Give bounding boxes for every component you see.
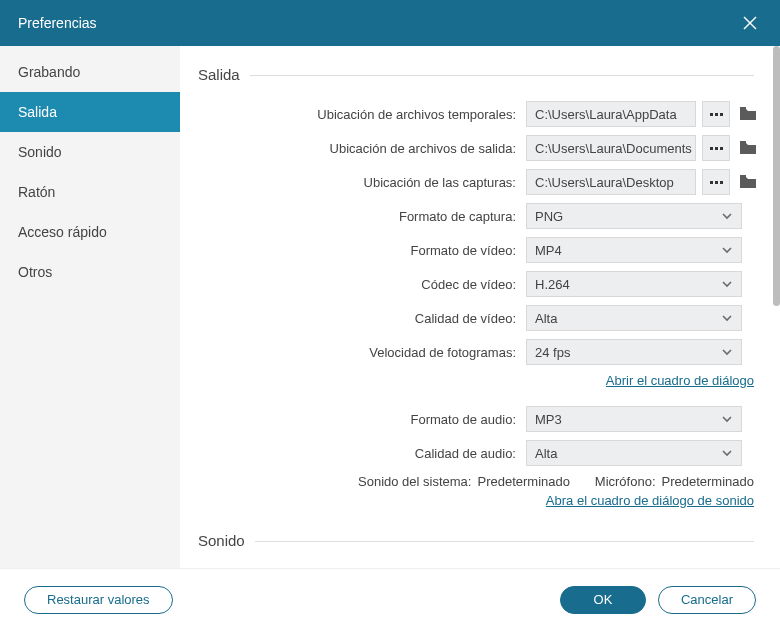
system-sound-label: Sonido del sistema xyxy=(358,474,471,489)
row-system-sound-slider: Sonido del sistema: xyxy=(198,567,754,568)
window-title: Preferencias xyxy=(18,15,97,31)
chevron-down-icon xyxy=(721,244,733,256)
sidebar: Grabando Salida Sonido Ratón Acceso rápi… xyxy=(0,46,180,568)
label-capture-location: Ubicación de las capturas: xyxy=(198,175,518,190)
select-value: Alta xyxy=(535,446,557,461)
svg-rect-2 xyxy=(740,107,746,110)
close-button[interactable] xyxy=(738,11,762,35)
row-video-format: Formato de vídeo: MP4 xyxy=(198,237,754,263)
row-audio-format: Formato de audio: MP3 xyxy=(198,406,754,432)
scrollbar-thumb[interactable] xyxy=(773,46,780,306)
restore-defaults-button[interactable]: Restaurar valores xyxy=(24,586,173,614)
select-video-format[interactable]: MP4 xyxy=(526,237,742,263)
preferences-window: Preferencias Grabando Salida Sonido Rató… xyxy=(0,0,780,630)
link-open-dialog[interactable]: Abrir el cuadro de diálogo xyxy=(606,373,754,388)
link-open-dialog-row: Abrir el cuadro de diálogo xyxy=(198,373,754,388)
sidebar-item-acceso-rapido[interactable]: Acceso rápido xyxy=(0,212,180,252)
chevron-down-icon xyxy=(721,346,733,358)
open-folder-output[interactable] xyxy=(736,135,760,161)
main-panel: Salida Ubicación de archivos temporales:… xyxy=(180,46,780,568)
browse-temp-location[interactable] xyxy=(702,101,730,127)
row-output-location: Ubicación de archivos de salida: C:\User… xyxy=(198,135,754,161)
chevron-down-icon xyxy=(721,447,733,459)
row-capture-location: Ubicación de las capturas: C:\Users\Laur… xyxy=(198,169,754,195)
close-icon xyxy=(742,15,758,31)
select-value: MP4 xyxy=(535,243,562,258)
row-frame-rate: Velocidad de fotogramas: 24 fps xyxy=(198,339,754,365)
select-audio-format[interactable]: MP3 xyxy=(526,406,742,432)
row-video-quality: Calidad de vídeo: Alta xyxy=(198,305,754,331)
chevron-down-icon xyxy=(721,413,733,425)
input-output-location[interactable]: C:\Users\Laura\Documents xyxy=(526,135,696,161)
svg-rect-3 xyxy=(740,141,746,144)
label-video-quality: Calidad de vídeo: xyxy=(198,311,518,326)
section-title-sonido: Sonido xyxy=(198,532,754,549)
label-capture-format: Formato de captura: xyxy=(198,209,518,224)
select-audio-quality[interactable]: Alta xyxy=(526,440,742,466)
label-video-format: Formato de vídeo: xyxy=(198,243,518,258)
select-value: PNG xyxy=(535,209,563,224)
select-frame-rate[interactable]: 24 fps xyxy=(526,339,742,365)
sidebar-item-grabando[interactable]: Grabando xyxy=(0,52,180,92)
folder-icon xyxy=(739,107,757,121)
label-temp-location: Ubicación de archivos temporales: xyxy=(198,107,518,122)
label-frame-rate: Velocidad de fotogramas: xyxy=(198,345,518,360)
titlebar: Preferencias xyxy=(0,0,780,46)
microphone-value: Predeterminado xyxy=(662,474,755,489)
row-temp-location: Ubicación de archivos temporales: C:\Use… xyxy=(198,101,754,127)
sidebar-item-raton[interactable]: Ratón xyxy=(0,172,180,212)
browse-capture-location[interactable] xyxy=(702,169,730,195)
system-sound-slider[interactable] xyxy=(372,567,692,568)
row-video-codec: Códec de vídeo: H.264 xyxy=(198,271,754,297)
select-video-codec[interactable]: H.264 xyxy=(526,271,742,297)
footer: Restaurar valores OK Cancelar xyxy=(0,568,780,630)
select-video-quality[interactable]: Alta xyxy=(526,305,742,331)
sidebar-item-sonido[interactable]: Sonido xyxy=(0,132,180,172)
browse-output-location[interactable] xyxy=(702,135,730,161)
label-audio-format: Formato de audio: xyxy=(198,412,518,427)
chevron-down-icon xyxy=(721,210,733,222)
select-value: MP3 xyxy=(535,412,562,427)
link-open-sound-dialog-row: Abra el cuadro de diálogo de sonido xyxy=(198,493,754,508)
open-folder-temp[interactable] xyxy=(736,101,760,127)
select-value: H.264 xyxy=(535,277,570,292)
label-video-codec: Códec de vídeo: xyxy=(198,277,518,292)
system-sound-value: Predeterminado xyxy=(477,474,570,489)
select-value: 24 fps xyxy=(535,345,570,360)
input-capture-location[interactable]: C:\Users\Laura\Desktop xyxy=(526,169,696,195)
microphone-label: Micrófono xyxy=(595,474,656,489)
link-open-sound-dialog[interactable]: Abra el cuadro de diálogo de sonido xyxy=(546,493,754,508)
audio-devices-info: Sonido del sistema Predeterminado Micróf… xyxy=(198,474,754,489)
label-output-location: Ubicación de archivos de salida: xyxy=(198,141,518,156)
chevron-down-icon xyxy=(721,312,733,324)
svg-rect-4 xyxy=(740,175,746,178)
sidebar-item-salida[interactable]: Salida xyxy=(0,92,180,132)
sidebar-item-otros[interactable]: Otros xyxy=(0,252,180,292)
label-audio-quality: Calidad de audio: xyxy=(198,446,518,461)
folder-icon xyxy=(739,175,757,189)
open-folder-capture[interactable] xyxy=(736,169,760,195)
row-audio-quality: Calidad de audio: Alta xyxy=(198,440,754,466)
folder-icon xyxy=(739,141,757,155)
select-capture-format[interactable]: PNG xyxy=(526,203,742,229)
chevron-down-icon xyxy=(721,278,733,290)
section-title-salida: Salida xyxy=(198,66,754,83)
cancel-button[interactable]: Cancelar xyxy=(658,586,756,614)
ok-button[interactable]: OK xyxy=(560,586,646,614)
select-value: Alta xyxy=(535,311,557,326)
row-capture-format: Formato de captura: PNG xyxy=(198,203,754,229)
input-temp-location[interactable]: C:\Users\Laura\AppData xyxy=(526,101,696,127)
